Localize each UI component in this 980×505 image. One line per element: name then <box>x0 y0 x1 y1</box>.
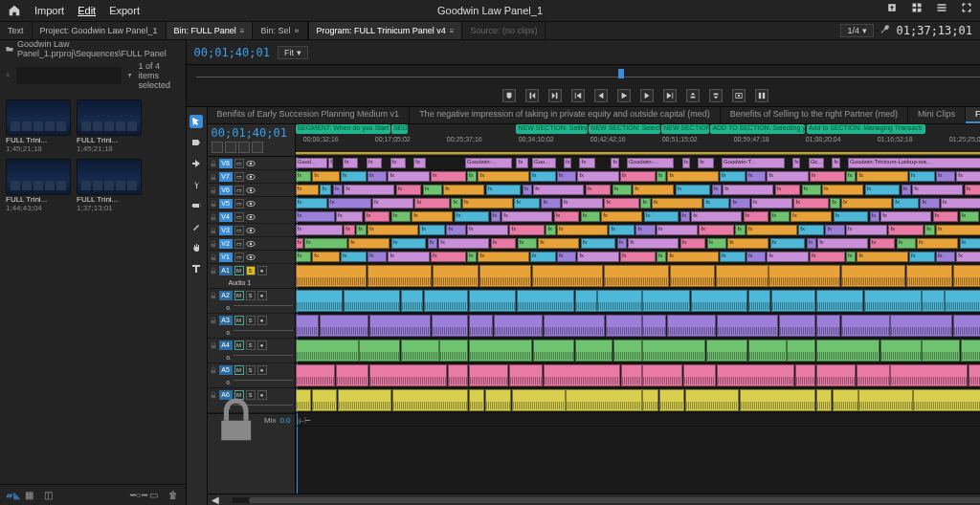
clip[interactable]: fx <box>601 211 642 222</box>
solo-button[interactable]: S <box>246 266 256 275</box>
clip[interactable]: fx <box>628 238 679 249</box>
clip[interactable]: fx <box>341 171 367 182</box>
audio-clip[interactable] <box>448 364 468 386</box>
audio-clip[interactable] <box>685 389 739 411</box>
clip[interactable]: fx <box>372 198 413 209</box>
clip[interactable]: fx <box>356 225 366 235</box>
audio-clip[interactable] <box>469 290 516 312</box>
clip[interactable]: fx <box>902 185 911 195</box>
audio-clip[interactable] <box>575 340 613 362</box>
audio-clip[interactable] <box>906 265 952 287</box>
audio-clip[interactable] <box>424 290 468 312</box>
clip[interactable]: fx <box>396 185 422 195</box>
timeline-scrollbar[interactable]: ◀ ▶ <box>208 494 980 505</box>
sequence-tab[interactable]: FULL Trinicum Panel v4 ≡ <box>966 107 980 123</box>
lock-icon[interactable] <box>210 253 217 261</box>
clip[interactable]: fx <box>770 211 790 222</box>
clip[interactable]: fx <box>909 252 935 262</box>
audio-track-lane[interactable] <box>296 289 980 314</box>
clip[interactable]: fx <box>936 171 955 182</box>
compare-button[interactable] <box>755 89 768 102</box>
clip[interactable]: fx <box>841 198 892 209</box>
clip[interactable]: fx <box>941 198 980 209</box>
lock-icon[interactable] <box>210 391 217 399</box>
track-target[interactable]: A4 <box>219 340 233 350</box>
eye-icon[interactable] <box>246 186 256 195</box>
clip[interactable]: fx <box>581 211 600 222</box>
audio-clip[interactable] <box>841 315 890 337</box>
sequence-tab[interactable]: Benefits of Selling to the right Partner… <box>721 107 908 123</box>
audio-clip[interactable] <box>961 340 980 362</box>
audio-clip[interactable] <box>816 290 863 312</box>
lock-icon[interactable] <box>210 227 217 234</box>
marker[interactable]: NEW SECTION: Selecting t <box>589 124 659 134</box>
clip[interactable]: fx <box>893 198 919 209</box>
bin-thumbnail[interactable]: FULL Trini...1;44;43;04 <box>6 159 71 212</box>
track-select-tool[interactable] <box>189 136 203 149</box>
close-icon[interactable]: ≡ <box>240 27 245 35</box>
track-target[interactable]: V2 <box>219 239 233 249</box>
track-toggle[interactable]: ▭ <box>234 159 244 168</box>
clip[interactable]: fx <box>920 198 939 209</box>
clip[interactable]: fx <box>810 171 845 182</box>
audio-clip[interactable] <box>613 340 642 362</box>
clip[interactable]: fx <box>832 158 839 168</box>
filter-icon[interactable] <box>127 71 132 80</box>
audio-track-lane[interactable] <box>296 339 980 363</box>
audio-clip[interactable] <box>401 290 423 312</box>
track-toggle[interactable]: ▭ <box>234 226 244 235</box>
clip[interactable]: fx <box>775 185 801 195</box>
lock-icon[interactable] <box>210 341 217 349</box>
track-toggle[interactable]: ▭ <box>234 186 244 195</box>
eye-icon[interactable] <box>246 199 256 209</box>
audio-clip[interactable] <box>667 315 716 337</box>
audio-clip[interactable] <box>597 290 641 312</box>
clip[interactable]: fx <box>657 252 666 262</box>
track-target[interactable]: V3 <box>219 226 233 235</box>
audio-clip[interactable] <box>433 265 479 287</box>
clip[interactable]: fx <box>446 225 465 235</box>
step-fwd-button[interactable] <box>640 89 654 102</box>
slider-icon[interactable]: ━○━ <box>130 490 142 501</box>
trash-icon[interactable]: 🗑 <box>168 490 180 501</box>
clip[interactable]: fx <box>579 158 594 168</box>
lock-icon[interactable] <box>210 240 217 248</box>
solo-button[interactable]: S <box>246 340 256 350</box>
voice-button[interactable]: ● <box>257 266 267 275</box>
audio-track-lane[interactable] <box>296 314 980 339</box>
marker[interactable]: ADD TO SECTION: Selecting your <box>710 124 805 134</box>
lock-icon[interactable] <box>210 187 217 194</box>
tab-text[interactable]: Text <box>0 22 33 39</box>
playhead-icon[interactable] <box>618 69 624 78</box>
audio-clip[interactable] <box>359 340 400 362</box>
clip[interactable]: fx <box>960 211 979 222</box>
clip[interactable]: fx <box>723 185 773 195</box>
audio-track-header[interactable]: A2MS●0. <box>208 289 295 314</box>
clip[interactable]: fx <box>462 198 513 209</box>
audio-clip[interactable] <box>670 265 716 287</box>
clip[interactable]: fx <box>730 198 749 209</box>
track-toggle[interactable]: ▭ <box>234 212 244 222</box>
audio-clip[interactable] <box>787 340 815 362</box>
video-track-header[interactable]: V8▭ <box>208 157 295 170</box>
audio-clip[interactable] <box>833 389 858 411</box>
track-target[interactable]: A1 <box>219 266 233 275</box>
solo-button[interactable]: S <box>246 365 256 375</box>
clip[interactable]: fx <box>388 252 429 262</box>
sequence-tab[interactable]: The negative impression of taking in pri… <box>410 107 721 123</box>
clip[interactable]: fx <box>791 211 832 222</box>
new-bin-icon[interactable]: ▭ <box>149 490 161 501</box>
bin-thumbnail[interactable]: FULL Trini...1;37;13;01 <box>77 159 142 212</box>
program-timecode[interactable]: 00;01;40;01 <box>194 46 270 59</box>
clip[interactable]: fx <box>657 225 698 235</box>
audio-clip[interactable] <box>913 389 980 411</box>
clip[interactable]: fx <box>431 252 466 262</box>
clip[interactable]: fx <box>344 185 394 195</box>
audio-clip[interactable] <box>717 364 794 386</box>
lift-button[interactable] <box>686 89 700 102</box>
wrench-icon[interactable] <box>880 24 891 37</box>
clip[interactable]: fx <box>620 252 656 262</box>
clip[interactable]: fx <box>822 185 863 195</box>
eye-icon[interactable] <box>246 212 256 222</box>
clip[interactable]: fx <box>577 171 618 182</box>
